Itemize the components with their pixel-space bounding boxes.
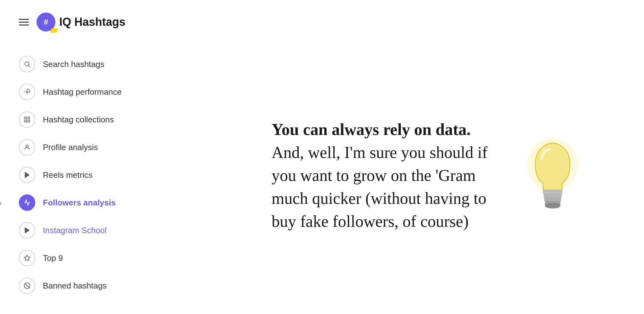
sidebar-item-label: Hashtag performance (43, 87, 122, 97)
svg-rect-15 (544, 194, 561, 198)
svg-marker-9 (25, 228, 29, 233)
followers-icon (19, 194, 35, 211)
sidebar-item-label: Top 9 (43, 253, 63, 263)
star-icon (19, 250, 35, 266)
lightning-icon (50, 28, 58, 33)
sidebar-item-banned-hashtags[interactable]: Banned hashtags (19, 272, 139, 300)
content-text-area: You can always rely on data. And, well, … (272, 119, 492, 233)
main-content: You can always rely on data. And, well, … (139, 44, 625, 308)
content-body: And, well, I'm sure you should if you wa… (272, 141, 492, 233)
content-headline: You can always rely on data. (272, 119, 492, 140)
svg-rect-5 (25, 120, 26, 122)
sidebar-item-label: Banned hashtags (43, 281, 106, 291)
reels-icon (19, 167, 35, 183)
arrow-3: › (0, 197, 2, 209)
school-icon (19, 222, 35, 238)
sidebar-item-instagram-school[interactable]: Instagram School (19, 216, 139, 244)
sidebar-item-label: Reels metrics (43, 170, 92, 180)
main-layout: Search hashtags Hashtag performance (0, 38, 644, 314)
chart-icon (19, 84, 35, 100)
sidebar-item-hashtag-performance[interactable]: Hashtag performance (19, 78, 139, 106)
hash-icon: # (44, 17, 48, 27)
svg-line-12 (25, 284, 29, 288)
app-container: # IQ Hashtags Search hashtags (0, 0, 644, 314)
svg-rect-6 (28, 120, 30, 122)
logo-icon: # (37, 13, 55, 31)
profile-icon (19, 139, 35, 155)
sidebar-item-label: Instagram School (43, 226, 106, 235)
sidebar-item-label: Profile analysis (43, 143, 98, 152)
svg-point-2 (26, 91, 28, 93)
active-arrows: › › › (0, 197, 2, 209)
svg-rect-4 (28, 117, 30, 119)
svg-marker-8 (25, 172, 29, 178)
search-icon (19, 56, 35, 72)
sidebar-item-label: Hashtag collections (43, 115, 114, 125)
banned-icon (19, 278, 35, 294)
lightbulb-illustration (518, 127, 587, 225)
sidebar-item-label: Followers analysis (43, 198, 116, 208)
svg-point-0 (25, 62, 29, 66)
sidebar-item-label: Search hashtags (43, 59, 104, 69)
svg-point-7 (26, 145, 28, 147)
header: # IQ Hashtags (0, 0, 644, 38)
sidebar-item-hashtag-collections[interactable]: Hashtag collections (19, 106, 139, 133)
collection-icon (19, 111, 35, 128)
svg-marker-10 (24, 255, 30, 261)
sidebar: Search hashtags Hashtag performance (19, 44, 139, 308)
sidebar-item-profile-analysis[interactable]: Profile analysis (19, 133, 139, 161)
sidebar-item-followers-analysis[interactable]: › › › Followers analysis (19, 189, 139, 216)
svg-point-18 (545, 203, 560, 208)
svg-line-1 (28, 65, 30, 67)
svg-rect-14 (543, 190, 562, 194)
logo-text: IQ Hashtags (59, 15, 125, 29)
menu-button[interactable] (19, 19, 29, 25)
svg-rect-16 (544, 198, 561, 201)
svg-rect-3 (25, 117, 26, 119)
sidebar-item-top9[interactable]: Top 9 (19, 244, 139, 272)
logo: # IQ Hashtags (37, 13, 125, 31)
sidebar-item-search-hashtags[interactable]: Search hashtags (19, 50, 139, 78)
sidebar-item-reels-metrics[interactable]: Reels metrics (19, 161, 139, 189)
